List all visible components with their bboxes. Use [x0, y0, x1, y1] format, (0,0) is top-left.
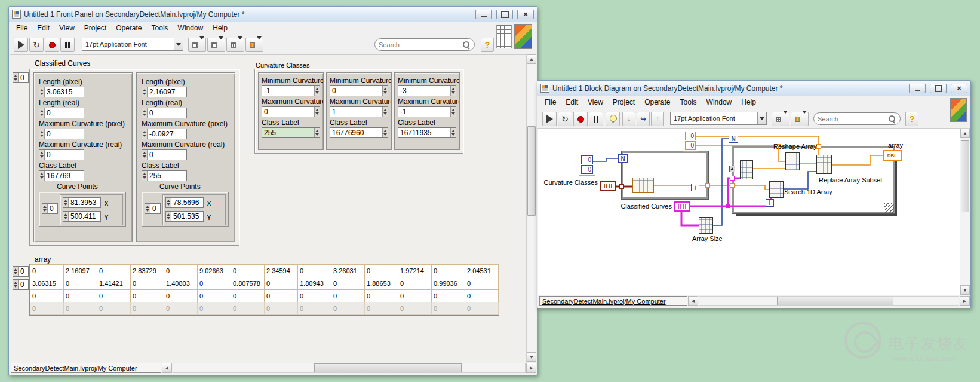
- array-cell[interactable]: 0: [465, 290, 499, 302]
- tunnel-icon[interactable]: [730, 176, 735, 181]
- menu-view[interactable]: View: [54, 22, 79, 35]
- context-help-button[interactable]: ?: [905, 112, 918, 126]
- menu-edit[interactable]: Edit: [561, 96, 583, 109]
- vertical-scrollbar[interactable]: [526, 54, 536, 362]
- search-input[interactable]: [818, 115, 886, 123]
- array-cell[interactable]: 0: [398, 290, 432, 302]
- menu-project[interactable]: Project: [608, 96, 640, 109]
- step-over-button[interactable]: [637, 112, 650, 126]
- array-cell[interactable]: 0: [64, 290, 97, 302]
- numeric-constant[interactable]: 0: [685, 132, 696, 140]
- iteration-terminal[interactable]: i: [766, 199, 774, 207]
- wire-replace-to-array[interactable]: [832, 155, 883, 165]
- array-cell[interactable]: 0: [265, 302, 298, 315]
- pause-button[interactable]: [60, 38, 75, 52]
- horizontal-scrollbar[interactable]: [699, 296, 959, 306]
- array-cell[interactable]: 2.04531: [465, 265, 499, 277]
- array-cell[interactable]: 0: [298, 290, 331, 302]
- array-cell[interactable]: 1.88653: [365, 277, 398, 290]
- context-help-button[interactable]: ?: [481, 38, 494, 52]
- array-cell[interactable]: 0: [64, 302, 97, 315]
- menu-tools[interactable]: Tools: [147, 22, 173, 35]
- increment-decrement-icon[interactable]: [450, 128, 456, 137]
- length-pixel-control[interactable]: 3.06315: [39, 87, 84, 97]
- length-real-control[interactable]: 0: [142, 108, 187, 118]
- max-curvature-pixel-control[interactable]: 0: [39, 129, 84, 139]
- horizontal-scrollbar[interactable]: [173, 363, 526, 373]
- array-cell[interactable]: 0: [198, 277, 231, 290]
- array-cell[interactable]: 0: [198, 302, 231, 315]
- font-selector[interactable]: 17pt Application Font: [670, 112, 767, 125]
- scroll-right-icon[interactable]: [526, 363, 536, 373]
- iteration-terminal[interactable]: i: [691, 184, 699, 191]
- array-cell[interactable]: 0: [365, 302, 398, 315]
- increment-decrement-icon[interactable]: [382, 86, 388, 96]
- maximum-curvature-control[interactable]: 1: [330, 106, 388, 117]
- array-size-node[interactable]: [699, 217, 713, 234]
- increment-decrement-icon[interactable]: [13, 267, 19, 276]
- maximize-button[interactable]: [930, 84, 947, 93]
- diagram-preview-icon[interactable]: [950, 98, 967, 122]
- run-button[interactable]: [14, 38, 28, 52]
- increment-decrement-icon[interactable]: [142, 87, 148, 97]
- pause-button[interactable]: [589, 112, 603, 126]
- chevron-down-icon[interactable]: [757, 112, 766, 124]
- array-cell[interactable]: 0: [231, 265, 265, 277]
- array-row-index-control[interactable]: 0: [13, 266, 29, 277]
- menu-file[interactable]: File: [11, 22, 32, 35]
- array-cell[interactable]: 0: [231, 290, 265, 302]
- increment-decrement-icon[interactable]: [142, 150, 148, 160]
- classified-curves-terminal[interactable]: [674, 201, 690, 212]
- minimize-button[interactable]: [909, 84, 926, 93]
- y-control[interactable]: 500.411: [63, 211, 101, 222]
- scrollbar-thumb[interactable]: [961, 140, 969, 212]
- run-continuous-button[interactable]: [29, 38, 44, 52]
- array-cell[interactable]: 0: [30, 265, 64, 277]
- array-cell[interactable]: 0: [331, 302, 365, 315]
- menu-file[interactable]: File: [540, 96, 561, 109]
- wire-loop-output[interactable]: [654, 185, 769, 190]
- max-curvature-real-control[interactable]: 0: [39, 149, 84, 160]
- menu-help[interactable]: Help: [208, 22, 232, 35]
- loop-count-terminal[interactable]: N: [729, 135, 738, 143]
- array-cell[interactable]: 1.41421: [97, 277, 131, 290]
- wire-constant-to-count[interactable]: [593, 158, 618, 161]
- increment-decrement-icon[interactable]: [314, 107, 320, 117]
- menu-edit[interactable]: Edit: [32, 22, 54, 35]
- step-out-button[interactable]: [651, 112, 664, 126]
- array-cell[interactable]: 2.34594: [265, 265, 298, 277]
- array-cell[interactable]: 0: [365, 290, 398, 302]
- array-cell[interactable]: 0: [64, 277, 97, 290]
- tunnel-icon[interactable]: [816, 144, 821, 149]
- class-label-control[interactable]: 255: [262, 127, 320, 138]
- curve-points-index-control[interactable]: 0: [145, 203, 161, 214]
- scrollbar-thumb[interactable]: [527, 126, 536, 216]
- scroll-right-icon[interactable]: [960, 296, 970, 306]
- wire-arraysize-to-count[interactable]: [712, 139, 729, 225]
- array-cell[interactable]: 0: [164, 302, 198, 315]
- array-cell[interactable]: 1.40803: [164, 277, 198, 290]
- run-continuous-button[interactable]: [558, 112, 572, 126]
- menu-tools[interactable]: Tools: [675, 96, 702, 109]
- array-cell[interactable]: 0: [331, 277, 365, 290]
- curve-points-index-control[interactable]: 0: [42, 203, 58, 214]
- front-panel-titlebar[interactable]: Untitled 1 Front Panel on SecondaryDetec…: [9, 7, 537, 22]
- menu-help[interactable]: Help: [736, 96, 761, 109]
- minimum-curvature-control[interactable]: 0: [330, 85, 388, 96]
- increment-decrement-icon[interactable]: [63, 212, 69, 221]
- x-control[interactable]: 81.3953: [63, 197, 101, 208]
- maximum-curvature-control[interactable]: -1: [398, 106, 456, 117]
- close-button[interactable]: [951, 84, 967, 93]
- array-cell[interactable]: 9.02663: [198, 265, 231, 277]
- replace-array-subset-node[interactable]: [816, 155, 832, 174]
- increment-decrement-icon[interactable]: [450, 107, 456, 117]
- array-cell[interactable]: 0: [231, 302, 265, 315]
- vertical-scrollbar[interactable]: [960, 129, 970, 295]
- abort-button[interactable]: [45, 38, 59, 52]
- index-array-node[interactable]: [632, 178, 654, 193]
- shift-register-icon[interactable]: [729, 166, 735, 172]
- increment-decrement-icon[interactable]: [450, 86, 456, 96]
- array-cell[interactable]: 0.807578: [231, 277, 265, 290]
- increment-decrement-icon[interactable]: [314, 86, 320, 96]
- array-cell[interactable]: 0: [131, 290, 164, 302]
